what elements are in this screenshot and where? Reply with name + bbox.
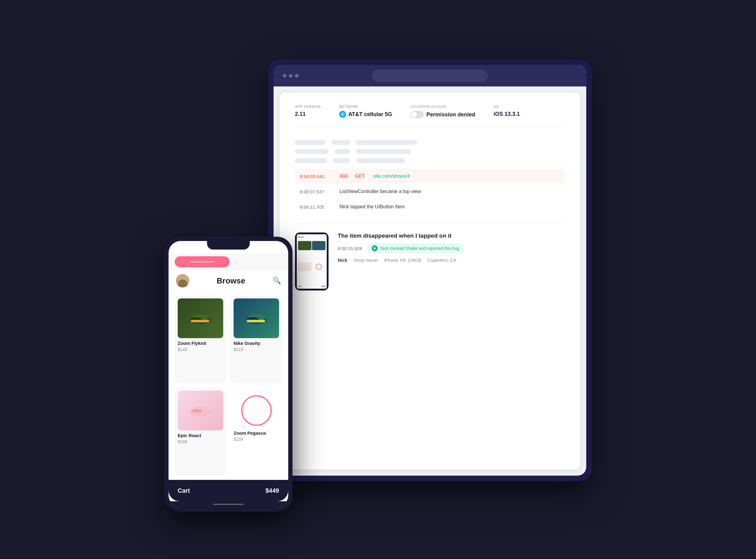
phone-footer: Cart $449 xyxy=(168,480,288,501)
skel-1 xyxy=(295,140,325,145)
phone-toggle-btn[interactable] xyxy=(175,256,230,267)
tablet-dots xyxy=(283,74,299,77)
skeleton-row-2 xyxy=(295,149,565,154)
play-icon xyxy=(374,247,376,250)
log-time-1: 8:00:05.041 xyxy=(300,174,340,179)
product-price-epic-react: $189 xyxy=(178,439,223,444)
log-message-3: Nick tapped the UIButton Item xyxy=(340,204,405,209)
log-entry-tap: 8:00:11.705 Nick tapped the UIButton Ite… xyxy=(295,200,565,214)
skel-9 xyxy=(356,158,405,163)
product-img-epic-react xyxy=(178,391,223,430)
phone-header: Browse 🔍 xyxy=(168,270,288,291)
info-location: LOCATION ACCESS Permission denied xyxy=(410,105,475,118)
os-value: iOS 13.3.1 xyxy=(494,111,520,117)
log-entry-listview: 8:00:07.537 ListViewController became a … xyxy=(295,184,565,199)
log-message-2: ListViewController became a top view xyxy=(340,189,421,194)
product-name-zoom-flyknit: Zoom Flyknit xyxy=(178,341,223,346)
phone-toggle-bar xyxy=(168,253,288,270)
network-value: AT&T cellular 5G xyxy=(339,111,392,118)
mini-shoe-1 xyxy=(298,241,312,250)
bug-meta: Nick Shop owner iPhone XR 128GB Cupertin… xyxy=(338,258,565,263)
user-avatar xyxy=(176,274,189,287)
skeleton-row-1 xyxy=(295,140,565,145)
product-name-nike-gravity: Nike Gravity xyxy=(234,341,279,346)
phone-browse-title: Browse xyxy=(217,276,246,286)
product-card-nike-gravity[interactable]: Nike Gravity $219 xyxy=(231,295,282,383)
location-toggle[interactable] xyxy=(410,111,424,118)
phone-status-bar xyxy=(168,241,288,253)
log-skeleton xyxy=(295,140,565,163)
product-card-zoom-pegasus[interactable]: Zoom Pegasus $159 xyxy=(231,388,282,476)
tablet-dot-1 xyxy=(283,74,287,77)
skel-3 xyxy=(356,140,417,145)
tablet-bar xyxy=(274,65,586,86)
skel-2 xyxy=(331,140,350,145)
info-network: NETWORK AT&T cellular 5G xyxy=(339,105,392,118)
mini-circle xyxy=(312,262,325,271)
bug-meta-name: Nick xyxy=(338,258,347,263)
scene: APP VERSION 2.11 NETWORK xyxy=(164,35,592,524)
mini-grid xyxy=(297,240,327,284)
skel-6 xyxy=(356,149,411,154)
bug-screenshot: Browse 🔍 xyxy=(295,232,328,290)
info-os: OS iOS 13.3.1 xyxy=(494,105,520,118)
mini-header: Browse 🔍 xyxy=(297,234,327,240)
phone-notch xyxy=(207,241,250,250)
product-price-zoom-flyknit: $149 xyxy=(178,347,223,352)
bug-meta-location: Cupertino, CA xyxy=(428,258,456,263)
bug-meta-device: iPhone XR 128GB xyxy=(384,258,422,263)
circle-ring xyxy=(241,395,272,426)
tablet-content: APP VERSION 2.11 NETWORK xyxy=(280,93,580,469)
mini-shoe-3 xyxy=(298,262,312,271)
product-price-nike-gravity: $219 xyxy=(234,347,279,352)
skel-8 xyxy=(333,158,350,163)
os-label: OS xyxy=(494,105,520,108)
cart-price: $449 xyxy=(266,487,279,494)
log-time-2: 8:00:07.537 xyxy=(300,189,340,194)
shoe-svg-green xyxy=(188,311,213,326)
tablet-dot-3 xyxy=(295,74,299,77)
product-name-epic-react: Epic React xyxy=(178,433,223,438)
log-url: site.com/shoes/4 xyxy=(373,174,410,179)
log-status-404: 404 xyxy=(340,174,355,179)
bug-screenshot-inner: Browse 🔍 xyxy=(295,232,328,290)
product-img-zoom-flyknit xyxy=(178,298,223,338)
product-card-zoom-flyknit[interactable]: Zoom Flyknit $149 xyxy=(175,295,226,383)
skel-5 xyxy=(335,149,350,154)
tablet-address-bar[interactable] xyxy=(372,70,488,82)
bug-report: Browse 🔍 xyxy=(295,223,565,290)
log-time-3: 8:00:11.705 xyxy=(300,204,340,209)
phone-home-bar xyxy=(168,501,288,507)
app-version-value: 2.11 xyxy=(295,111,321,117)
info-app-version: APP VERSION 2.11 xyxy=(295,105,321,118)
location-value: Permission denied xyxy=(410,111,475,118)
product-card-epic-react[interactable]: Epic React $189 xyxy=(175,388,226,476)
shake-badge[interactable]: Nick invoked Shake and reported this bug xyxy=(367,243,464,253)
bug-timestamp-row: 8:00:15.928 Nick invoked Shake and repor… xyxy=(338,243,565,253)
phone-product-grid: Zoom Flyknit $149 Nike Gravity $21 xyxy=(168,291,288,480)
phone-inner: Browse 🔍 Zoom Flyknit $149 xyxy=(168,241,288,507)
bug-title: The item disappeared when I tapped on it xyxy=(338,232,565,239)
tablet-device: APP VERSION 2.11 NETWORK xyxy=(268,60,592,481)
product-price-zoom-pegasus: $159 xyxy=(234,437,279,442)
shake-badge-text: Nick invoked Shake and reported this bug xyxy=(380,246,459,251)
skel-7 xyxy=(295,158,327,163)
mini-shoe-2 xyxy=(312,241,325,250)
toggle-line xyxy=(190,261,214,262)
log-entry-404: 8:00:05.041 404 GET site.com/shoes/4 xyxy=(295,169,565,183)
mini-circle-ring xyxy=(316,264,322,270)
play-button[interactable] xyxy=(372,245,378,251)
tablet-inner: APP VERSION 2.11 NETWORK xyxy=(274,65,586,476)
location-label: LOCATION ACCESS xyxy=(410,105,475,108)
shoe-svg-colorful xyxy=(244,311,269,326)
search-icon[interactable]: 🔍 xyxy=(273,277,281,285)
info-bar: APP VERSION 2.11 NETWORK xyxy=(295,105,565,128)
svg-rect-10 xyxy=(247,320,265,322)
bug-time: 8:00:15.928 xyxy=(338,246,362,251)
skel-4 xyxy=(295,149,328,154)
svg-rect-6 xyxy=(191,320,209,322)
tablet-dot-2 xyxy=(289,74,293,77)
product-img-nike-gravity xyxy=(234,298,279,338)
home-bar-line xyxy=(213,504,244,505)
skeleton-row-3 xyxy=(295,158,565,163)
